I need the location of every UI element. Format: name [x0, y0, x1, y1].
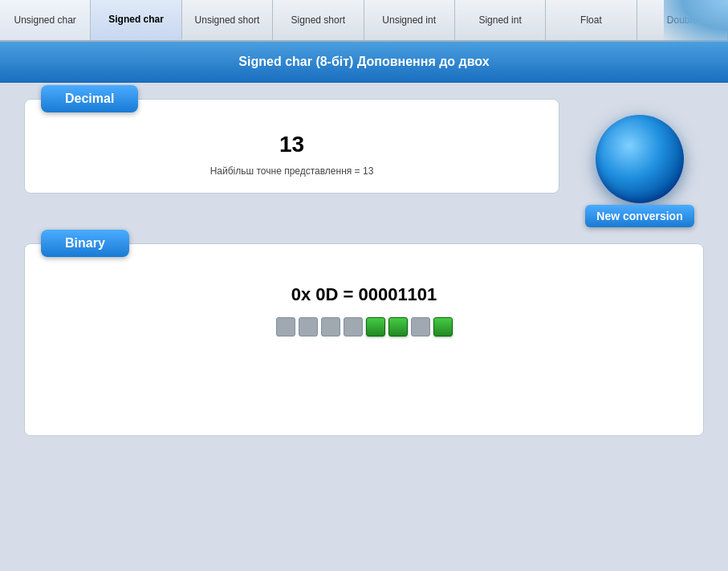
- new-conversion-button[interactable]: New conversion: [592, 115, 688, 227]
- top-section: Decimal 13 Найбільш точне представлення …: [24, 99, 704, 227]
- new-conversion-label: New conversion: [585, 205, 693, 227]
- tab-signed-short[interactable]: Signed short: [273, 0, 364, 40]
- binary-content: 0x 0D = 00001101: [41, 284, 687, 336]
- tab-unsigned-short[interactable]: Unsigned short: [182, 0, 273, 40]
- new-conversion-area: New conversion: [575, 115, 704, 227]
- sphere-decoration: [596, 115, 684, 203]
- tab-signed-char[interactable]: Signed char: [91, 0, 181, 40]
- tab-bar: Unsigned char Signed char Unsigned short…: [0, 0, 728, 42]
- tab-unsigned-char[interactable]: Unsigned char: [0, 0, 91, 40]
- header-banner: Signed char (8-біт) Доповнення до двох: [0, 42, 728, 83]
- bit-box-0: [276, 317, 295, 336]
- bit-box-5: [388, 317, 408, 336]
- tab-float[interactable]: Float: [546, 0, 636, 40]
- decimal-content: 13 Найбільш точне представлення = 13: [41, 132, 543, 177]
- decimal-card: Decimal 13 Найбільш точне представлення …: [24, 99, 559, 194]
- binary-label: Binary: [41, 230, 129, 257]
- decimal-label: Decimal: [41, 85, 138, 112]
- bottom-section: Binary 0x 0D = 00001101: [24, 243, 704, 554]
- bit-box-2: [321, 317, 340, 336]
- tab-double[interactable]: Double: [637, 0, 728, 40]
- tab-signed-int[interactable]: Signed int: [455, 0, 546, 40]
- binary-card: Binary 0x 0D = 00001101: [24, 243, 704, 436]
- tab-unsigned-int[interactable]: Unsigned int: [364, 0, 455, 40]
- bit-box-7: [433, 317, 453, 336]
- main-content: Decimal 13 Найбільш точне представлення …: [0, 83, 728, 570]
- decimal-note: Найбільш точне представлення = 13: [41, 165, 543, 177]
- bit-boxes: [41, 317, 687, 336]
- header-title: Signed char (8-біт) Доповнення до двох: [238, 55, 489, 68]
- bit-box-4: [366, 317, 385, 336]
- bit-box-3: [344, 317, 363, 336]
- decimal-value: 13: [41, 132, 543, 157]
- bit-box-6: [411, 317, 430, 336]
- binary-value: 0x 0D = 00001101: [41, 284, 687, 305]
- bit-box-1: [299, 317, 318, 336]
